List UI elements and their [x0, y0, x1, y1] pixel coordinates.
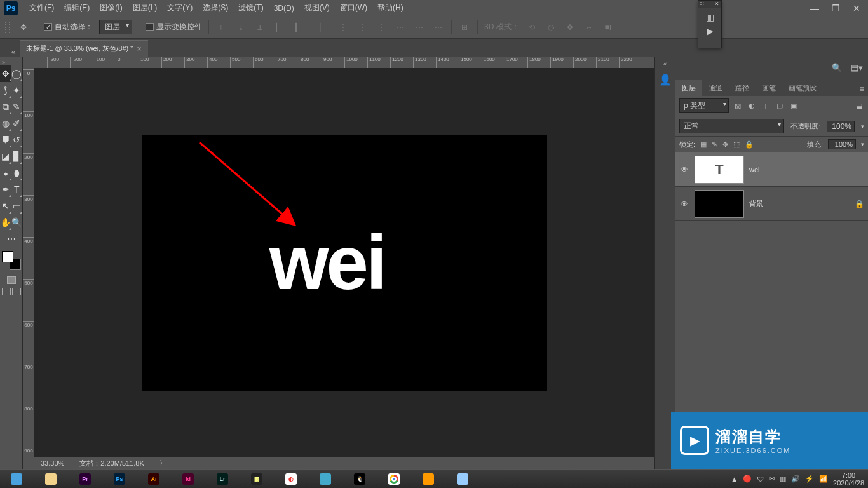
gradient-tool[interactable]: ▊	[11, 148, 23, 165]
taskbar-app[interactable]	[450, 471, 475, 487]
close-tab-icon[interactable]: ×	[137, 44, 142, 53]
distribute-4-icon[interactable]: ⋯	[394, 23, 407, 32]
lasso-tool[interactable]: ⟆	[0, 82, 11, 98]
tab-brush-presets[interactable]: 画笔预设	[782, 80, 823, 96]
screen-mode-1[interactable]	[2, 288, 11, 295]
screen-mode-2[interactable]	[12, 288, 21, 295]
3d-pan-icon[interactable]: ✥	[564, 23, 576, 32]
brush-tool[interactable]: ✐	[11, 115, 23, 132]
foreground-color[interactable]	[2, 251, 13, 262]
filter-pixel-icon[interactable]: ▧	[733, 101, 743, 111]
actions-icon[interactable]: ▶	[707, 26, 714, 36]
person-panel-icon[interactable]: 👤	[659, 74, 672, 86]
3d-roll-icon[interactable]: ◎	[545, 23, 557, 32]
crop-tool[interactable]: ⧉	[0, 98, 11, 115]
menu-image[interactable]: 图像(I)	[95, 1, 127, 15]
path-select-tool[interactable]: ↖	[0, 198, 11, 214]
tray-icon[interactable]: 🔴	[743, 475, 752, 483]
fill-value[interactable]: 100%	[828, 139, 856, 149]
taskbar-app[interactable]: ◐	[278, 471, 304, 487]
tray-icon[interactable]: ⚡	[805, 475, 814, 483]
menu-filter[interactable]: 滤镜(T)	[233, 1, 268, 15]
align-hcenter-icon[interactable]: ▎	[292, 23, 304, 32]
tray-icon[interactable]: 📶	[819, 475, 828, 483]
taskbar-app[interactable]: Id	[175, 471, 201, 487]
window-close[interactable]: ✕	[853, 3, 860, 13]
layer-name[interactable]: 背景	[749, 199, 850, 208]
distribute-2-icon[interactable]: ⋮	[356, 23, 369, 32]
visibility-icon[interactable]: 👁	[679, 165, 689, 174]
distribute-3-icon[interactable]: ⋮	[375, 23, 388, 32]
tab-brushes[interactable]: 画笔	[756, 80, 782, 96]
window-maximize[interactable]: ❐	[832, 3, 840, 13]
search-icon[interactable]: 🔍	[832, 63, 842, 72]
layer-name[interactable]: wei	[749, 166, 864, 173]
align-vcenter-icon[interactable]: ⫱	[234, 23, 247, 32]
tab-paths[interactable]: 路径	[729, 80, 756, 96]
collapsed-panel[interactable]: ∷✕ ▥ ▶	[698, 0, 722, 48]
auto-select-target[interactable]: 图层	[99, 20, 132, 34]
pen-tool[interactable]: ✒	[0, 181, 11, 198]
status-arrow-icon[interactable]: 〉	[159, 459, 166, 468]
tab-channels[interactable]: 通道	[702, 80, 729, 96]
distribute-5-icon[interactable]: ⋯	[413, 23, 426, 32]
filter-toggle[interactable]: ⬓	[854, 101, 864, 111]
lock-transparent-icon[interactable]: ▦	[700, 140, 707, 149]
visibility-icon[interactable]: 👁	[679, 200, 689, 208]
taskbar-app[interactable]: Lr	[210, 471, 235, 487]
taskbar-app[interactable]: Ps	[107, 471, 132, 487]
heal-tool[interactable]: ◍	[0, 115, 11, 132]
lock-all-icon[interactable]: 🔒	[745, 140, 754, 149]
taskbar-app[interactable]: Pr	[72, 471, 98, 487]
arrange-icon[interactable]: ▤▾	[851, 63, 863, 72]
lock-paint-icon[interactable]: ✎	[712, 140, 717, 149]
taskbar-app[interactable]	[4, 471, 29, 487]
type-tool[interactable]: T	[11, 181, 23, 198]
blur-tool[interactable]: ⬥	[0, 165, 11, 181]
clock-time[interactable]: 7:00	[833, 471, 864, 479]
tray-icon[interactable]: 🔊	[791, 475, 800, 483]
layer-filter-type[interactable]: ρ 类型	[679, 98, 729, 113]
tray-icon[interactable]: ✉	[769, 475, 775, 483]
lock-position-icon[interactable]: ✥	[722, 140, 728, 149]
filter-shape-icon[interactable]: ▢	[775, 101, 785, 111]
taskbar-app[interactable]	[38, 471, 64, 487]
eraser-tool[interactable]: ◪	[0, 148, 11, 165]
menu-layer[interactable]: 图层(L)	[128, 1, 163, 15]
options-grip[interactable]	[5, 22, 10, 33]
menu-help[interactable]: 帮助(H)	[372, 1, 409, 15]
taskbar-app[interactable]: ▦	[244, 471, 269, 487]
doc-size[interactable]: 文档：2.20M/511.8K	[79, 459, 144, 468]
distribute-1-icon[interactable]: ⋮	[337, 23, 349, 32]
menu-3d[interactable]: 3D(D)	[269, 2, 299, 15]
history-icon[interactable]: ▥	[706, 12, 714, 22]
show-transform-checkbox[interactable]	[146, 23, 154, 31]
wand-tool[interactable]: ✦	[11, 82, 23, 98]
history-brush-tool[interactable]: ↺	[11, 132, 23, 148]
blend-mode-select[interactable]: 正常	[679, 119, 784, 133]
3d-zoom-icon[interactable]: ■ı	[602, 23, 614, 32]
auto-select-checkbox[interactable]: ✓	[44, 23, 52, 31]
opacity-value[interactable]: 100%	[827, 121, 855, 132]
canvas[interactable]: wei	[142, 136, 546, 390]
lock-artboard-icon[interactable]: ⬚	[733, 140, 740, 149]
align-left-icon[interactable]: ▏	[273, 23, 285, 32]
move-tool[interactable]: ✥	[0, 65, 11, 82]
taskbar-app[interactable]	[416, 471, 441, 487]
tab-scroll-left[interactable]: «	[8, 48, 20, 57]
taskbar-app[interactable]	[381, 471, 407, 487]
dodge-tool[interactable]: ⬮	[11, 165, 23, 181]
tray-icon[interactable]: ▲	[731, 475, 738, 483]
clock-date[interactable]: 2020/4/28	[833, 479, 864, 487]
layer-item-wei[interactable]: 👁 T wei	[675, 152, 868, 187]
menu-edit[interactable]: 编辑(E)	[59, 1, 95, 15]
standard-mode-icon[interactable]	[7, 276, 16, 284]
zoom-tool[interactable]: 🔍	[11, 214, 23, 231]
panel-collapse-icon[interactable]: «	[663, 60, 667, 67]
taskbar-app[interactable]: 🐧	[347, 471, 372, 487]
edit-toolbar[interactable]: ⋯	[0, 231, 22, 247]
align-top-icon[interactable]: ⫪	[215, 23, 228, 32]
3d-orbit-icon[interactable]: ⟲	[526, 23, 538, 32]
tab-layers[interactable]: 图层	[675, 80, 702, 96]
auto-align-icon[interactable]: ⊞	[458, 23, 471, 32]
